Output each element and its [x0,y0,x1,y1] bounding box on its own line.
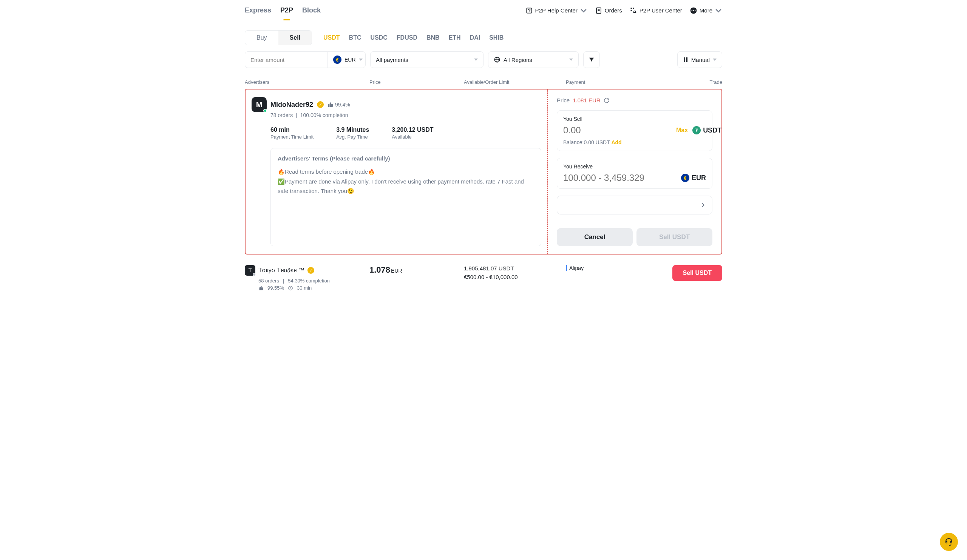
advertiser-name[interactable]: Tσкуσ Tяα∂єя ™ [258,267,304,274]
coin-btc[interactable]: BTC [349,35,361,41]
payments-select[interactable]: All payments [370,51,484,68]
svg-rect-15 [684,58,685,62]
header-advertisers: Advertisers [245,79,370,85]
verified-badge-icon: ✓ [307,267,314,274]
receive-amount-input[interactable] [563,173,681,183]
avatar-letter: M [256,100,262,109]
more-icon [690,7,697,14]
divider: | [296,112,297,118]
tab-block[interactable]: Block [302,0,321,20]
eur-icon: € [333,56,342,64]
rating: 99.4% [327,102,350,108]
svg-point-10 [693,10,694,11]
you-sell-box: You Sell Max ₮ USDT Balance:0.00 USDT Ad… [557,110,713,151]
refresh-icon[interactable] [604,97,610,104]
coin-shib[interactable]: SHIB [489,35,503,41]
available-value: 3,200.12 USDT [392,127,433,133]
svg-rect-16 [686,58,688,62]
rating-value: 99.4% [335,102,350,108]
chevron-down-icon [713,59,716,61]
sell-usdt-button[interactable]: Sell USDT [637,228,713,246]
thumb-up-icon [258,285,264,291]
coin-dai[interactable]: DAI [470,35,480,41]
coin-fdusd[interactable]: FDUSD [397,35,417,41]
price-label: Price [557,97,569,104]
offline-dot-icon [253,273,256,276]
coin-eth[interactable]: ETH [449,35,461,41]
orders-label: Orders [605,7,622,13]
svg-rect-5 [633,8,634,9]
orders-count: 58 orders [258,278,279,283]
help-center-label: P2P Help Center [535,7,578,13]
coin-tabs: USDT BTC USDC FDUSD BNB ETH DAI SHIB [323,35,503,41]
sell-unit-label: USDT [703,127,721,134]
cancel-button[interactable]: Cancel [557,228,633,246]
advertiser-avatar[interactable]: M [252,97,267,112]
chevron-down-icon [580,7,587,14]
advertiser-name[interactable]: MidoNader92 [271,101,313,109]
user-center-icon [630,7,637,14]
rating-value: 99.55% [267,285,284,291]
available-amount: 1,905,481.07 USDT [464,265,566,272]
sell-tab[interactable]: Sell [278,31,312,45]
amount-input[interactable] [245,52,327,68]
payment-method-tag: Alipay [566,265,584,271]
tab-p2p[interactable]: P2P [280,0,293,20]
help-center-link[interactable]: P2P Help Center [525,7,587,14]
ad-row: T Tσкуσ Tяα∂єя ™ ✓ 58 orders | 54.30% co… [245,260,722,296]
header-trade: Trade [710,79,722,85]
user-center-label: P2P User Center [640,7,682,13]
time-limit: 30 min [297,285,312,291]
svg-point-11 [695,10,696,11]
buy-tab[interactable]: Buy [245,31,278,45]
more-link[interactable]: More [690,7,722,14]
pause-icon [683,57,688,62]
payment-method-select[interactable] [557,196,713,214]
filter-button[interactable] [583,51,600,68]
max-button[interactable]: Max [676,127,688,134]
you-sell-label: You Sell [563,116,706,122]
balance-text: Balance:0.00 USDT [563,139,610,145]
payments-label: All payments [376,57,408,63]
coin-usdc[interactable]: USDC [371,35,388,41]
price-value: 1.078EUR [370,265,402,275]
orders-icon [595,7,602,14]
orders-count: 78 orders [271,112,293,118]
orders-link[interactable]: Orders [595,7,622,14]
coin-usdt[interactable]: USDT [323,35,340,41]
time-limit-label: Payment Time Limit [271,134,314,140]
amount-filter: € EUR [245,51,366,68]
svg-point-9 [691,10,692,11]
currency-select[interactable]: € EUR [327,52,368,68]
help-icon [525,7,533,14]
order-limit: €500.00 - €10,000.00 [464,274,566,280]
receive-unit-label: EUR [691,174,706,182]
user-center-link[interactable]: P2P User Center [630,7,682,14]
clock-icon [288,285,293,291]
completion-rate: 100.00% completion [300,112,348,118]
terms-body: 🔥Read terms before opening trade🔥 ✅Payme… [278,167,534,196]
chevron-down-icon [569,59,573,61]
more-label: More [700,7,713,13]
refresh-mode-select[interactable]: Manual [677,51,722,68]
tab-express[interactable]: Express [245,0,271,20]
advertiser-avatar[interactable]: T [245,265,255,276]
header-limit: Available/Order Limit [464,79,566,85]
available-label: Available [392,134,433,140]
time-limit-value: 60 min [271,127,314,133]
svg-rect-6 [630,10,632,11]
globe-icon [494,56,500,63]
completion-rate: 54.30% completion [288,278,330,283]
refresh-mode-label: Manual [691,57,710,63]
add-balance-link[interactable]: Add [611,139,621,145]
svg-rect-4 [630,8,632,9]
coin-bnb[interactable]: BNB [426,35,440,41]
header-price: Price [370,79,464,85]
chevron-right-icon [700,202,706,208]
sell-amount-input[interactable] [563,125,676,135]
table-headers: Advertisers Price Available/Order Limit … [245,76,722,89]
regions-select[interactable]: All Regions [488,51,579,68]
sell-usdt-button[interactable]: Sell USDT [672,265,722,281]
chevron-down-icon [359,59,363,61]
chevron-down-icon [474,59,478,61]
